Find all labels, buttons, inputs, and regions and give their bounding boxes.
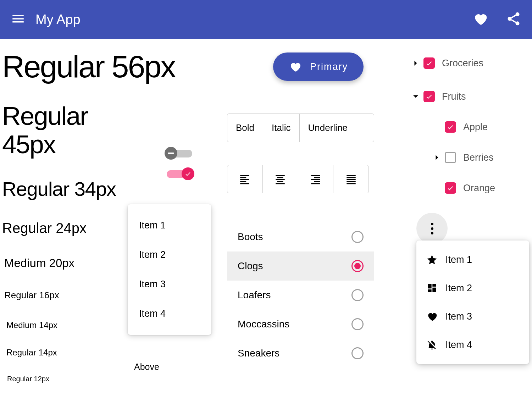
align-justify-icon[interactable] (333, 165, 368, 193)
svg-point-2 (516, 21, 520, 25)
tree-label: Groceries (442, 58, 483, 69)
switch-on[interactable] (167, 169, 192, 179)
tree-item-orange[interactable]: Orange (429, 177, 532, 199)
menu-position-label: Above (134, 362, 159, 372)
tree-item-berries[interactable]: Berries (429, 146, 532, 169)
checkbox-icon[interactable] (445, 121, 456, 133)
radio-item-clogs[interactable]: Clogs (227, 251, 374, 281)
typography-sample-16: Regular 16px (2, 290, 128, 301)
svg-point-1 (508, 17, 512, 21)
typography-sample-12: Regular 12px (2, 375, 128, 383)
overflow-item-2[interactable]: Item 2 (416, 274, 529, 302)
format-toggle-group: Bold Italic Underline (227, 114, 374, 142)
tree-item-apple[interactable]: Apple (429, 116, 532, 138)
radio-icon (351, 318, 364, 330)
more-icon[interactable] (416, 213, 448, 244)
radio-icon (351, 347, 364, 359)
heart-icon (426, 311, 438, 322)
dashboard-icon (426, 282, 438, 294)
tree-label: Apple (463, 122, 488, 133)
menu-item[interactable]: Item 4 (128, 299, 211, 328)
align-right-icon[interactable] (298, 165, 334, 193)
align-center-icon[interactable] (263, 165, 298, 193)
overflow-item-label: Item 4 (445, 339, 472, 350)
switch-off[interactable] (167, 148, 192, 158)
radio-label: Loafers (238, 289, 271, 301)
chevron-down-icon[interactable] (408, 92, 423, 101)
overflow-item-3[interactable]: Item 3 (416, 302, 529, 331)
typography-sample-24: Regular 24px (2, 220, 128, 237)
checkbox-icon[interactable] (423, 91, 435, 102)
star-icon (426, 254, 438, 265)
menu-icon[interactable] (11, 11, 26, 28)
typography-sample-34: Regular 34px (2, 178, 128, 200)
typography-sample-20: Medium 20px (2, 256, 128, 270)
svg-point-0 (516, 12, 520, 16)
typography-sample-45: Regular 45px (2, 102, 128, 159)
tree-item-groceries[interactable]: Groceries (408, 52, 532, 74)
menu-item[interactable]: Item 2 (128, 240, 211, 270)
primary-button[interactable]: Primary (273, 52, 364, 81)
align-left-icon[interactable] (227, 165, 263, 193)
chevron-right-icon[interactable] (408, 58, 423, 68)
radio-item-loafers[interactable]: Loafers (227, 281, 374, 310)
simple-menu: Item 1 Item 2 Item 3 Item 4 (128, 204, 211, 335)
checkbox-icon[interactable] (445, 152, 456, 163)
tree-label: Fruits (442, 91, 466, 102)
radio-item-sneakers[interactable]: Sneakers (227, 339, 374, 368)
overflow-item-4[interactable]: Item 4 (416, 331, 529, 359)
menu-item[interactable]: Item 3 (128, 270, 211, 299)
tree-label: Orange (463, 183, 495, 194)
radio-label: Moccassins (238, 319, 289, 330)
align-toggle-group (227, 165, 369, 193)
radio-label: Boots (238, 231, 263, 243)
radio-label: Sneakers (238, 348, 279, 359)
radio-list: Boots Clogs Loafers Moccassins Sneakers (227, 222, 374, 368)
tree-view: Groceries Fruits Apple Berries O (408, 52, 532, 199)
format-underline[interactable]: Underline (300, 114, 356, 142)
favorite-icon[interactable] (472, 11, 488, 28)
radio-label: Clogs (238, 260, 263, 272)
overflow-item-label: Item 3 (445, 311, 472, 322)
format-italic[interactable]: Italic (263, 114, 299, 142)
typography-column: Regular 56px Regular 45px Regular 34px R… (0, 50, 128, 383)
radio-icon (351, 260, 364, 272)
radio-item-moccassins[interactable]: Moccassins (227, 310, 374, 339)
chevron-right-icon[interactable] (429, 153, 445, 162)
overflow-item-1[interactable]: Item 1 (416, 245, 529, 274)
app-bar: My App (0, 0, 532, 39)
checkbox-icon[interactable] (423, 57, 435, 69)
overflow-item-label: Item 2 (445, 283, 472, 294)
menu-item[interactable]: Item 1 (128, 211, 211, 240)
typography-sample-14m: Medium 14px (2, 320, 128, 331)
overflow-item-label: Item 1 (445, 254, 472, 265)
checkbox-icon[interactable] (445, 182, 456, 194)
app-title: My App (35, 12, 81, 27)
overflow-menu: Item 1 Item 2 Item 3 Item 4 (416, 240, 529, 364)
radio-icon (351, 289, 364, 301)
notifications-off-icon (426, 339, 438, 350)
share-icon[interactable] (506, 11, 521, 28)
tree-label: Berries (463, 152, 494, 163)
primary-button-label: Primary (310, 61, 348, 72)
typography-sample-14: Regular 14px (2, 348, 128, 358)
format-bold[interactable]: Bold (227, 114, 263, 142)
radio-item-boots[interactable]: Boots (227, 222, 374, 251)
tree-item-fruits[interactable]: Fruits (408, 85, 532, 108)
radio-icon (351, 231, 364, 243)
typography-sample-56: Regular 56px (2, 50, 128, 84)
